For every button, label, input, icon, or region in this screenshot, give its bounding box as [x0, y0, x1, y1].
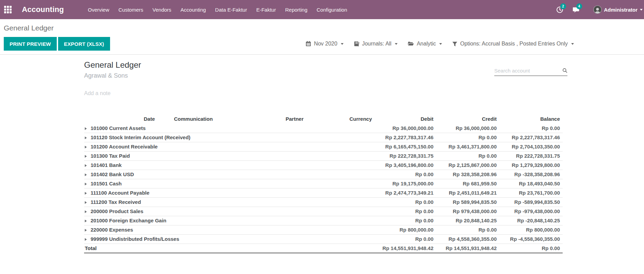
account-row[interactable]: 101000 Current Assets Rp 36,000,000.00 R…: [84, 123, 563, 133]
expand-row-icon[interactable]: [85, 164, 87, 167]
account-row[interactable]: 220000 Expenses Rp 800,000.00 Rp 0.00 Rp…: [84, 225, 563, 234]
analytic-filter[interactable]: Analytic: [408, 41, 442, 47]
expand-row-icon[interactable]: [85, 146, 87, 148]
nav-item-efaktur[interactable]: E-Faktur: [256, 7, 276, 13]
column-header-partner: Partner: [257, 114, 306, 123]
account-row[interactable]: 201000 Foreign Exchange Gain Rp 0.00 Rp …: [84, 216, 563, 225]
account-name: 101401 Bank: [91, 162, 122, 168]
nav-item-configuration[interactable]: Configuration: [317, 7, 347, 13]
account-row[interactable]: 111200 Tax Received Rp 0.00 Rp 589,994,8…: [84, 197, 563, 207]
debit-amount: Rp 6,165,475,150.00: [375, 142, 436, 151]
journals-filter[interactable]: Journals: All: [354, 41, 398, 47]
user-menu-button[interactable]: Administrator: [593, 5, 643, 14]
account-name: 999999 Undistributed Profits/Losses: [91, 236, 179, 242]
balance-amount: Rp 222,728,331.75: [499, 151, 563, 160]
column-header-currency: Currency: [306, 114, 375, 123]
top-navbar: Accounting Overview Customers Vendors Ac…: [0, 0, 644, 19]
account-row[interactable]: 101501 Cash Rp 19,175,000.00 Rp 681,959.…: [84, 179, 563, 188]
account-row[interactable]: 111100 Account Payable Rp 2,474,773,349.…: [84, 188, 563, 197]
account-name: 101501 Cash: [91, 181, 122, 186]
export-xlsx-button[interactable]: EXPORT (XLSX): [58, 37, 110, 51]
nav-item-reporting[interactable]: Reporting: [285, 7, 307, 13]
balance-amount: Rp 2,227,783,317.46: [499, 133, 563, 142]
debit-amount: Rp 0.00: [375, 197, 436, 207]
debit-amount: Rp 36,000,000.00: [375, 123, 436, 133]
nav-item-accounting[interactable]: Accounting: [180, 7, 206, 13]
credit-amount: Rp 2,125,867,000.00: [436, 160, 499, 170]
nav-item-overview[interactable]: Overview: [88, 7, 109, 13]
debit-amount: Rp 2,474,773,349.21: [375, 188, 436, 197]
credit-amount: Rp 0.00: [436, 133, 499, 142]
balance-amount: Rp -589,994,835.50: [499, 197, 563, 207]
app-title[interactable]: Accounting: [22, 5, 64, 14]
control-panel: General Ledger PRINT PREVIEW EXPORT (XLS…: [0, 19, 644, 55]
debit-amount: Rp 0.00: [375, 170, 436, 179]
account-name: 111100 Account Payable: [91, 190, 149, 196]
account-row[interactable]: 101401 Bank Rp 3,405,196,800.00 Rp 2,125…: [84, 160, 563, 170]
activities-button[interactable]: 2: [556, 6, 563, 13]
expand-row-icon[interactable]: [85, 201, 87, 204]
credit-amount: Rp 0.00: [436, 225, 499, 234]
account-row[interactable]: 200000 Product Sales Rp 0.00 Rp 979,438,…: [84, 207, 563, 216]
account-row[interactable]: 999999 Undistributed Profits/Losses Rp 0…: [84, 234, 563, 244]
total-credit: Rp 14,551,931,948.42: [436, 244, 499, 253]
column-header-date: Date: [84, 114, 158, 123]
filter-icon: [452, 41, 457, 47]
column-header-credit: Credit: [436, 114, 499, 123]
credit-amount: Rp 3,461,371,800.00: [436, 142, 499, 151]
chevron-down-icon: [640, 9, 643, 11]
account-search[interactable]: [494, 67, 567, 76]
account-row[interactable]: 101300 Tax Paid Rp 222,728,331.75 Rp 0.0…: [84, 151, 563, 160]
debit-amount: Rp 19,175,000.00: [375, 179, 436, 188]
print-preview-button[interactable]: PRINT PREVIEW: [4, 37, 57, 51]
options-filter-label: Options: Accrual Basis , Posted Entries …: [460, 41, 568, 47]
debit-amount: Rp 800,000.00: [375, 225, 436, 234]
credit-amount: Rp 979,438,000.00: [436, 207, 499, 216]
ledger-header-row: Date Communication Partner Currency Debi…: [84, 114, 563, 123]
account-row[interactable]: 101402 Bank USD Rp 0.00 Rp 328,358,208.9…: [84, 170, 563, 179]
account-row[interactable]: 101200 Account Receivable Rp 6,165,475,1…: [84, 142, 563, 151]
date-filter-label: Nov 2020: [314, 41, 337, 47]
expand-row-icon[interactable]: [85, 127, 87, 130]
debit-amount: Rp 0.00: [375, 207, 436, 216]
expand-row-icon[interactable]: [85, 136, 87, 139]
balance-amount: Rp -4,558,360,355.00: [499, 234, 563, 244]
activity-count-badge: 2: [560, 3, 566, 9]
total-debit: Rp 14,551,931,948.42: [375, 244, 436, 253]
chevron-down-icon: [341, 43, 344, 45]
total-balance: Rp 0.00: [499, 244, 563, 253]
balance-amount: Rp 18,493,040.50: [499, 179, 563, 188]
chevron-down-icon: [439, 43, 442, 45]
date-filter[interactable]: Nov 2020: [306, 41, 344, 47]
calendar-icon: [306, 41, 311, 47]
search-icon[interactable]: [562, 67, 567, 74]
nav-item-customers[interactable]: Customers: [119, 7, 144, 13]
credit-amount: Rp 328,358,208.96: [436, 170, 499, 179]
apps-grid-icon: [4, 6, 12, 13]
expand-row-icon[interactable]: [85, 155, 87, 158]
journals-filter-label: Journals: All: [362, 41, 391, 47]
expand-row-icon[interactable]: [85, 173, 87, 176]
column-header-balance: Balance: [499, 114, 563, 123]
search-input[interactable]: [494, 68, 562, 74]
apps-menu-button[interactable]: [0, 0, 16, 19]
expand-row-icon[interactable]: [85, 238, 87, 241]
balance-amount: Rp 800,000.00: [499, 225, 563, 234]
ledger-table: Date Communication Partner Currency Debi…: [84, 114, 563, 253]
expand-row-icon[interactable]: [85, 192, 87, 195]
nav-item-vendors[interactable]: Vendors: [152, 7, 171, 13]
add-note-field[interactable]: Add a note: [84, 90, 221, 96]
expand-row-icon[interactable]: [85, 210, 87, 213]
folder-icon: [408, 41, 414, 47]
messages-button[interactable]: 4: [572, 6, 580, 13]
nav-item-data-efaktur[interactable]: Data E-Faktur: [215, 7, 247, 13]
total-row: Total Rp 14,551,931,948.42 Rp 14,551,931…: [84, 244, 563, 253]
expand-row-icon[interactable]: [85, 229, 87, 232]
account-row[interactable]: 101120 Stock Interim Account (Received) …: [84, 133, 563, 142]
debit-amount: Rp 3,405,196,800.00: [375, 160, 436, 170]
systray: 2 4 Administrator: [556, 0, 644, 19]
options-filter[interactable]: Options: Accrual Basis , Posted Entries …: [452, 41, 574, 47]
expand-row-icon[interactable]: [85, 183, 87, 185]
chevron-down-icon: [571, 43, 574, 45]
expand-row-icon[interactable]: [85, 220, 87, 222]
